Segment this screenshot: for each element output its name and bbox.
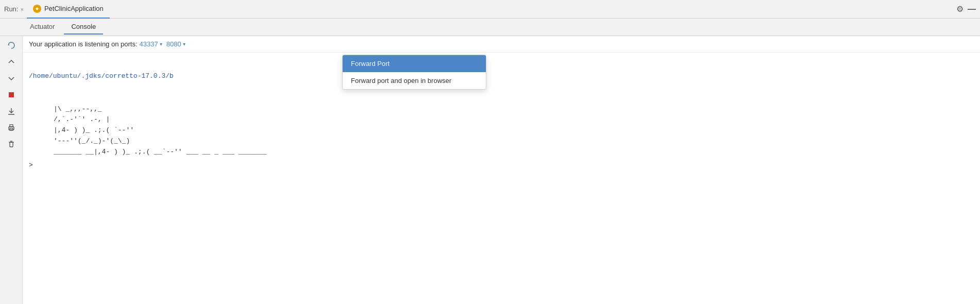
tab-bar-right: ⚙ — <box>956 4 976 14</box>
main-content: Your application is listening on ports: … <box>0 36 980 304</box>
run-panel: Run: × PetClinicApplication ⚙ — Actuator… <box>0 0 980 304</box>
ascii-line-3: |,4- ) )_ .;.( `--'' <box>54 125 980 136</box>
tab-bar-left: Run: × PetClinicApplication <box>4 0 110 19</box>
ascii-line-4: '---''(_/._)-'(_\_) <box>54 136 980 147</box>
port-chip-43337[interactable]: 43337 ▾ <box>140 40 162 48</box>
tab-bar: Run: × PetClinicApplication ⚙ — <box>0 0 980 19</box>
gear-icon[interactable]: ⚙ <box>956 4 964 14</box>
app-tab-label: PetClinicApplication <box>44 5 104 12</box>
port-dropdown-menu: Forward Port Forward port and open in br… <box>342 55 486 90</box>
rerun-button[interactable] <box>4 38 19 53</box>
console-area[interactable]: Your application is listening on ports: … <box>23 36 980 304</box>
svg-rect-5 <box>10 128 13 130</box>
console-line-1: /home/ubuntu/.jdks/corretto-17.0.3/b =1 … <box>29 71 974 81</box>
app-tab[interactable]: PetClinicApplication <box>27 0 110 19</box>
run-label: Run: <box>4 5 18 13</box>
port-bar: Your application is listening on ports: … <box>23 36 980 53</box>
ascii-line-2: /,`.-'`' .-, | <box>54 114 980 125</box>
ascii-line-1: |\ _,,,--,,_ <box>54 104 980 115</box>
minimize-icon[interactable]: — <box>968 5 976 14</box>
console-output: /home/ubuntu/.jdks/corretto-17.0.3/b =1 … <box>23 53 980 100</box>
console-prompt: > <box>23 159 980 171</box>
port-8080-value: 8080 <box>166 40 181 48</box>
ascii-line-5: _______ __|,4- ) )_ .;.( __`--'' ___ __ … <box>54 147 980 158</box>
app-icon <box>33 5 41 13</box>
sub-tab-bar: Actuator Console <box>0 19 980 36</box>
stop-button[interactable] <box>4 88 19 102</box>
scroll-up-button[interactable] <box>4 55 19 69</box>
delete-button[interactable] <box>4 137 19 151</box>
tab-console[interactable]: Console <box>64 20 103 35</box>
print-button[interactable] <box>4 121 19 135</box>
forward-port-item[interactable]: Forward Port <box>343 55 486 72</box>
tab-actuator[interactable]: Actuator <box>23 20 62 35</box>
svg-rect-6 <box>10 142 13 147</box>
close-icon[interactable]: × <box>20 6 23 12</box>
scroll-down-button[interactable] <box>4 71 19 86</box>
left-toolbar <box>0 36 23 304</box>
port-43337-value: 43337 <box>140 40 158 48</box>
svg-rect-4 <box>10 125 13 127</box>
ascii-art: |\ _,,,--,,_ /,`.-'`' .-, | |,4- ) )_ .;… <box>23 100 980 160</box>
port-8080-chevron: ▾ <box>183 41 185 47</box>
port-bar-label: Your application is listening on ports: <box>29 40 138 48</box>
download-button[interactable] <box>4 104 19 119</box>
forward-port-browser-item[interactable]: Forward port and open in browser <box>343 72 486 89</box>
port-chip-8080[interactable]: 8080 ▾ <box>166 40 185 48</box>
port-43337-chevron: ▾ <box>160 41 162 47</box>
svg-rect-1 <box>9 92 14 97</box>
